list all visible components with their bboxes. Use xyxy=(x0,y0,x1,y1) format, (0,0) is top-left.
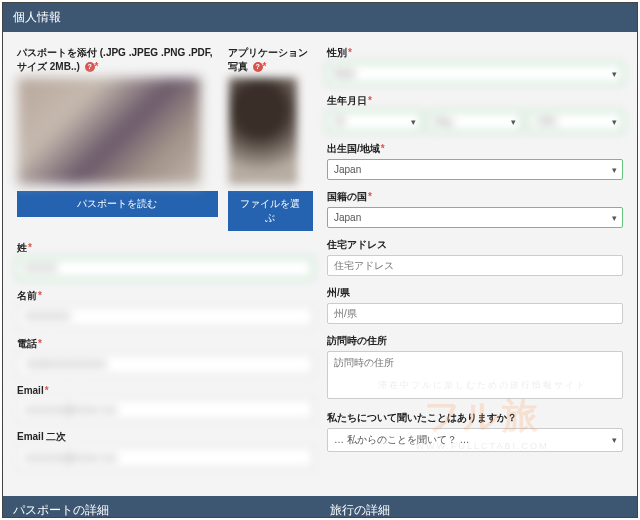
help-icon[interactable]: ? xyxy=(85,62,95,72)
firstname-input[interactable] xyxy=(17,306,313,327)
photo-upload-label: アプリケーション写真 ?* xyxy=(228,46,313,74)
section-header-travel: 旅行の詳細 xyxy=(320,496,637,518)
state-label: 州/県 xyxy=(327,286,623,300)
gender-select[interactable]: Male xyxy=(327,63,623,84)
surname-input[interactable] xyxy=(17,258,313,279)
phone-label: 電話 xyxy=(17,337,313,351)
visit-address-input[interactable] xyxy=(327,351,623,399)
email-input[interactable] xyxy=(17,399,313,420)
applicant-photo-preview xyxy=(228,77,298,185)
visit-address-label: 訪問時の住所 xyxy=(327,334,623,348)
nationality-select[interactable]: Japan xyxy=(327,207,623,228)
dob-month-select[interactable]: May xyxy=(428,111,523,132)
address-input[interactable] xyxy=(327,255,623,276)
heard-about-label: 私たちについて聞いたことはありますか？ xyxy=(327,411,623,425)
birth-country-label: 出生国/地域 xyxy=(327,142,623,156)
section-header-passport: パスポートの詳細 xyxy=(3,496,320,518)
firstname-label: 名前 xyxy=(17,289,313,303)
email2-label: Email 二次 xyxy=(17,430,313,444)
help-icon[interactable]: ? xyxy=(253,62,263,72)
birth-country-select[interactable]: Japan xyxy=(327,159,623,180)
passport-image-preview xyxy=(17,77,201,185)
section-title: 個人情報 xyxy=(13,10,61,24)
surname-label: 姓 xyxy=(17,241,313,255)
email-label: Email xyxy=(17,385,313,396)
section-title: パスポートの詳細 xyxy=(13,503,109,517)
address-label: 住宅アドレス xyxy=(327,238,623,252)
heard-about-select[interactable]: … 私からのことを聞いて？ … xyxy=(327,428,623,452)
state-input[interactable] xyxy=(327,303,623,324)
choose-file-button[interactable]: ファイルを選ぶ xyxy=(228,191,313,231)
read-passport-button[interactable]: パスポートを読む xyxy=(17,191,218,217)
section-title: 旅行の詳細 xyxy=(330,503,390,517)
gender-label: 性別 xyxy=(327,46,623,60)
dob-day-select[interactable]: 26 xyxy=(327,111,422,132)
section-header-personal: 個人情報 xyxy=(3,3,637,32)
dob-year-select[interactable]: 1981 xyxy=(528,111,623,132)
email2-input[interactable] xyxy=(17,447,313,468)
phone-input[interactable] xyxy=(17,354,313,375)
nationality-label: 国籍の国 xyxy=(327,190,623,204)
passport-upload-label: パスポートを添付 (.JPG .JPEG .PNG .PDF, サイズ 2MB.… xyxy=(17,46,218,74)
dob-label: 生年月日 xyxy=(327,94,623,108)
